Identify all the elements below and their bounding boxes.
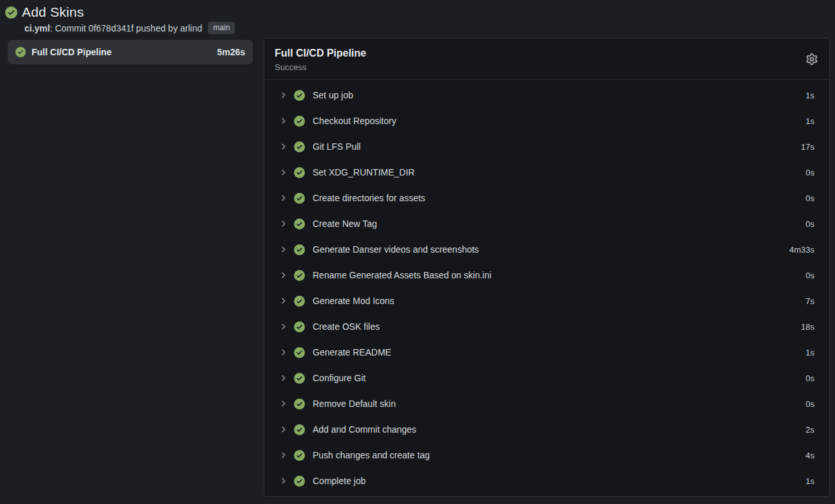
step-row[interactable]: Create OSK files 18s bbox=[264, 314, 829, 339]
step-duration: 1s bbox=[805, 476, 814, 486]
step-name: Add and Commit changes bbox=[313, 424, 416, 435]
step-name: Create OSK files bbox=[313, 321, 380, 332]
step-success-icon bbox=[294, 167, 305, 178]
step-name: Create New Tag bbox=[313, 219, 377, 229]
chevron-right-icon[interactable] bbox=[279, 194, 288, 203]
step-success-icon bbox=[294, 476, 305, 487]
step-duration: 17s bbox=[801, 142, 814, 152]
success-check-icon bbox=[5, 6, 17, 19]
step-name: Configure Git bbox=[313, 373, 365, 383]
chevron-right-icon[interactable] bbox=[279, 296, 288, 305]
step-duration: 0s bbox=[805, 271, 814, 280]
chevron-right-icon[interactable] bbox=[279, 451, 288, 460]
chevron-right-icon[interactable] bbox=[279, 399, 288, 408]
panel-header: Full CI/CD Pipeline Success bbox=[264, 39, 829, 80]
step-success-icon bbox=[294, 141, 305, 152]
step-success-icon bbox=[294, 450, 305, 461]
panel-status: Success bbox=[275, 62, 819, 73]
step-row[interactable]: Generate README 1s bbox=[264, 339, 829, 365]
step-duration: 1s bbox=[805, 116, 814, 126]
step-success-icon bbox=[294, 399, 305, 410]
step-duration: 4s bbox=[805, 451, 814, 460]
step-success-icon bbox=[294, 116, 305, 127]
step-row[interactable]: Generate Danser videos and screenshots 4… bbox=[264, 237, 829, 262]
step-name: Generate Danser videos and screenshots bbox=[313, 244, 479, 255]
job-item-full-pipeline[interactable]: Full CI/CD Pipeline 5m26s bbox=[8, 40, 253, 64]
step-duration: 7s bbox=[805, 296, 814, 306]
step-duration: 0s bbox=[805, 399, 814, 409]
step-name: Push changes and create tag bbox=[313, 450, 430, 460]
gear-icon[interactable] bbox=[806, 53, 818, 65]
chevron-right-icon[interactable] bbox=[279, 425, 288, 434]
run-info: : Commit 0f678d341f pushed by arlind bbox=[50, 23, 203, 33]
step-row[interactable]: Git LFS Pull 17s bbox=[264, 134, 829, 159]
step-row[interactable]: Set up job 1s bbox=[264, 82, 829, 108]
chevron-right-icon[interactable] bbox=[279, 245, 288, 254]
step-row[interactable]: Create directories for assets 0s bbox=[264, 185, 829, 211]
step-row[interactable]: Configure Git 0s bbox=[264, 365, 829, 391]
step-row[interactable]: Checkout Repository 1s bbox=[264, 108, 829, 134]
step-row[interactable]: Set XDG_RUNTIME_DIR 0s bbox=[264, 159, 829, 185]
step-row[interactable]: Add and Commit changes 2s bbox=[264, 417, 829, 442]
step-duration: 1s bbox=[805, 91, 814, 100]
chevron-right-icon[interactable] bbox=[279, 116, 288, 125]
step-success-icon bbox=[294, 90, 305, 101]
chevron-right-icon[interactable] bbox=[279, 168, 288, 177]
step-name: Generate Mod Icons bbox=[313, 296, 394, 306]
step-name: Create directories for assets bbox=[313, 193, 425, 203]
step-success-icon bbox=[294, 219, 305, 230]
step-duration: 2s bbox=[805, 425, 814, 435]
step-name: Set up job bbox=[313, 90, 353, 100]
step-duration: 0s bbox=[805, 219, 814, 229]
step-success-icon bbox=[294, 373, 305, 384]
step-duration: 18s bbox=[801, 322, 814, 332]
chevron-right-icon[interactable] bbox=[279, 348, 288, 357]
chevron-right-icon[interactable] bbox=[279, 91, 288, 100]
step-row[interactable]: Rename Generated Assets Based on skin.in… bbox=[264, 262, 829, 288]
step-duration: 1s bbox=[805, 348, 814, 357]
step-row[interactable]: Generate Mod Icons 7s bbox=[264, 288, 829, 314]
chevron-right-icon[interactable] bbox=[279, 271, 288, 280]
chevron-right-icon[interactable] bbox=[279, 322, 288, 331]
run-title: Add Skins bbox=[22, 4, 84, 20]
step-name: Checkout Repository bbox=[313, 116, 396, 126]
step-duration: 0s bbox=[805, 374, 814, 383]
job-success-icon bbox=[15, 47, 26, 57]
jobs-sidebar: Full CI/CD Pipeline 5m26s bbox=[0, 33, 264, 64]
step-success-icon bbox=[294, 347, 305, 358]
step-success-icon bbox=[294, 193, 305, 204]
step-row[interactable]: Complete job 1s bbox=[264, 468, 829, 494]
chevron-right-icon[interactable] bbox=[279, 219, 288, 228]
step-success-icon bbox=[294, 296, 305, 307]
step-name: Set XDG_RUNTIME_DIR bbox=[313, 167, 415, 177]
job-duration: 5m26s bbox=[217, 47, 245, 57]
step-row[interactable]: Remove Default skin 0s bbox=[264, 391, 829, 417]
step-success-icon bbox=[294, 424, 305, 435]
chevron-right-icon[interactable] bbox=[279, 476, 288, 485]
job-label: Full CI/CD Pipeline bbox=[32, 47, 111, 57]
step-row[interactable]: Push changes and create tag 4s bbox=[264, 442, 829, 468]
chevron-right-icon[interactable] bbox=[279, 142, 288, 151]
step-list: Set up job 1s Checkout Repository 1s G bbox=[264, 80, 829, 496]
content: Full CI/CD Pipeline 5m26s Full CI/CD Pip… bbox=[0, 33, 835, 497]
step-name: Complete job bbox=[313, 476, 366, 486]
panel-title: Full CI/CD Pipeline bbox=[275, 46, 819, 60]
run-header: Add Skins ci.yml: Commit 0f678d341f push… bbox=[0, 0, 835, 33]
step-success-icon bbox=[294, 244, 305, 255]
step-name: Git LFS Pull bbox=[313, 141, 361, 152]
step-success-icon bbox=[294, 321, 305, 332]
step-name: Remove Default skin bbox=[313, 399, 396, 409]
step-row[interactable]: Create New Tag 0s bbox=[264, 211, 829, 237]
step-duration: 0s bbox=[805, 168, 814, 177]
step-duration: 0s bbox=[805, 194, 814, 203]
chevron-right-icon[interactable] bbox=[279, 374, 288, 382]
step-duration: 4m33s bbox=[789, 245, 814, 255]
step-name: Rename Generated Assets Based on skin.in… bbox=[313, 270, 491, 280]
run-panel: Full CI/CD Pipeline Success Set up job 1… bbox=[264, 38, 830, 497]
step-name: Generate README bbox=[313, 347, 391, 357]
workflow-file: ci.yml bbox=[24, 23, 50, 33]
step-success-icon bbox=[294, 270, 305, 281]
